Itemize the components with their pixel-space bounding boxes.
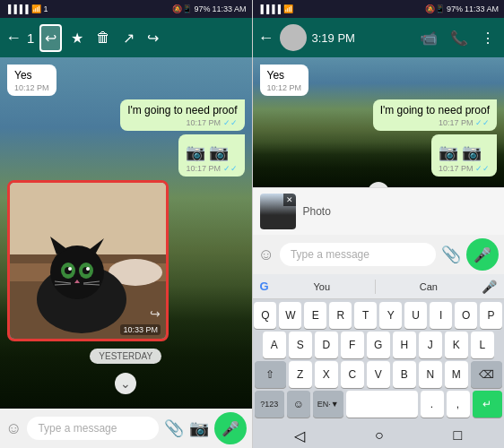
back-button[interactable]: ←: [258, 29, 274, 47]
key-i[interactable]: I: [430, 302, 452, 329]
contact-name[interactable]: 1: [27, 30, 34, 46]
key-j[interactable]: J: [419, 332, 442, 358]
nav-back[interactable]: ◁: [294, 427, 305, 444]
key-q[interactable]: Q: [254, 302, 276, 329]
period-key[interactable]: .: [421, 391, 444, 418]
key-z[interactable]: Z: [289, 361, 312, 388]
battery-level: 97%: [447, 4, 463, 13]
message-sent-proof: I'm going to need proof 10:17 PM ✓✓: [373, 99, 497, 131]
photo-thumbnail: ✕: [260, 194, 296, 229]
suggestion-can[interactable]: Can: [383, 281, 474, 292]
message-input-right[interactable]: Type a message: [280, 243, 436, 266]
space-key[interactable]: [346, 391, 418, 418]
camera-button[interactable]: 📷: [189, 418, 209, 438]
key-w[interactable]: W: [279, 302, 301, 329]
attach-button[interactable]: 📎: [441, 245, 461, 264]
more-options-icon[interactable]: ⋮: [477, 26, 499, 50]
input-placeholder: Type a message: [291, 248, 369, 261]
image-time: 10:33 PM: [120, 324, 161, 335]
left-panel: ▐▐▐▐ 📶 1 🔕📱 97% 11:33 AM ← 1 ↩ ★ 🗑 ↗ ↪ Y…: [0, 0, 252, 448]
remove-photo-button[interactable]: ✕: [283, 194, 296, 206]
lang-key[interactable]: EN·▼: [313, 391, 343, 418]
keyboard-toolbar: G You Can 🎤: [253, 274, 505, 299]
back-button[interactable]: ←: [5, 29, 22, 47]
key-g[interactable]: G: [367, 332, 390, 358]
message-input[interactable]: Type a message: [27, 417, 158, 440]
photo-preview-bar: ✕ Photo: [253, 187, 505, 235]
star-icon[interactable]: ★: [67, 26, 87, 50]
key-u[interactable]: U: [404, 302, 427, 329]
key-x[interactable]: X: [315, 361, 338, 388]
message-received-yes: Yes 10:12 PM: [260, 65, 309, 96]
camera-icon-2: 📷: [209, 142, 229, 162]
right-messages: Yes 10:12 PM I'm going to need proof 10:…: [253, 57, 505, 187]
share-icon[interactable]: ↗: [119, 26, 138, 50]
suggestion-you[interactable]: You: [276, 281, 368, 292]
backspace-key[interactable]: ⌫: [471, 361, 502, 388]
image-content: 10:33 PM ↪: [10, 183, 166, 339]
delete-icon[interactable]: 🗑: [92, 26, 114, 49]
key-n[interactable]: N: [419, 361, 442, 388]
forward-icon[interactable]: ↪: [143, 26, 162, 50]
key-h[interactable]: H: [393, 332, 416, 358]
image-forward-icon[interactable]: ↪: [150, 306, 161, 321]
key-o[interactable]: O: [455, 302, 477, 329]
selected-image-bubble[interactable]: 10:33 PM ↪: [7, 180, 169, 341]
emoji-key[interactable]: ☺: [287, 391, 310, 418]
cat-image: [10, 183, 169, 341]
message-time: 10:17 PM ✓✓: [186, 164, 237, 173]
read-ticks: ✓✓: [223, 164, 238, 173]
mic-button-right[interactable]: 🎤: [466, 238, 499, 271]
message-time: 10:17 PM ✓✓: [439, 164, 490, 173]
comma-key[interactable]: ,: [447, 391, 470, 418]
key-a[interactable]: A: [263, 332, 286, 358]
keyboard-mic-icon[interactable]: 🎤: [482, 280, 497, 294]
key-r[interactable]: R: [329, 302, 352, 329]
key-row-2: A S D F G H J K L: [255, 332, 503, 358]
left-messages: Yes 10:12 PM I'm going to need proof 10:…: [0, 57, 252, 400]
clock: 11:33 AM: [212, 4, 246, 13]
key-y[interactable]: Y: [379, 302, 402, 329]
status-number: 1: [44, 4, 48, 13]
message-time: 10:12 PM: [267, 83, 302, 92]
enter-key[interactable]: ↵: [473, 391, 503, 418]
wifi-icon: 📶: [31, 4, 41, 13]
message-text: I'm going to need proof: [380, 104, 490, 116]
voice-call-icon[interactable]: 📞: [447, 26, 472, 50]
emoji-button[interactable]: ☺: [258, 246, 274, 264]
svg-point-13: [68, 267, 72, 271]
emoji-button[interactable]: ☺: [5, 419, 22, 438]
key-c[interactable]: C: [341, 361, 364, 388]
wifi-icon: 📶: [283, 4, 293, 13]
key-b[interactable]: B: [393, 361, 416, 388]
key-t[interactable]: T: [354, 302, 377, 329]
read-ticks: ✓✓: [475, 118, 490, 127]
avatar[interactable]: [280, 24, 307, 51]
photo-label: Photo: [303, 205, 331, 218]
left-input-bar: ☺ Type a message 📎 📷 🎤: [0, 409, 252, 448]
right-top-bar: ← 3:19 PM 📹 📞 ⋮: [253, 18, 505, 57]
key-v[interactable]: V: [367, 361, 390, 388]
attach-button[interactable]: 📎: [164, 418, 184, 438]
mic-button[interactable]: 🎤: [214, 412, 247, 444]
key-k[interactable]: K: [445, 332, 468, 358]
key-m[interactable]: M: [445, 361, 468, 388]
right-input-bar: ☺ Type a message 📎 🎤: [253, 235, 505, 274]
reply-icon[interactable]: ↩: [39, 24, 62, 52]
key-l[interactable]: L: [471, 332, 494, 358]
key-s[interactable]: S: [289, 332, 312, 358]
scroll-down-button-right[interactable]: ⌄: [368, 182, 389, 187]
key-p[interactable]: P: [480, 302, 502, 329]
day-separator: YESTERDAY: [90, 349, 161, 364]
key-f[interactable]: F: [341, 332, 364, 358]
scroll-down-button[interactable]: ⌄: [115, 373, 136, 394]
shift-key[interactable]: ⇧: [255, 361, 286, 388]
read-ticks: ✓✓: [223, 118, 238, 127]
video-call-icon[interactable]: 📹: [416, 26, 441, 50]
key-e[interactable]: E: [304, 302, 326, 329]
left-chat-background: Yes 10:12 PM I'm going to need proof 10:…: [0, 57, 252, 409]
nav-recent[interactable]: □: [453, 427, 462, 444]
nav-home[interactable]: ○: [375, 427, 384, 444]
key-d[interactable]: D: [315, 332, 338, 358]
number-key[interactable]: ?123: [255, 391, 285, 418]
